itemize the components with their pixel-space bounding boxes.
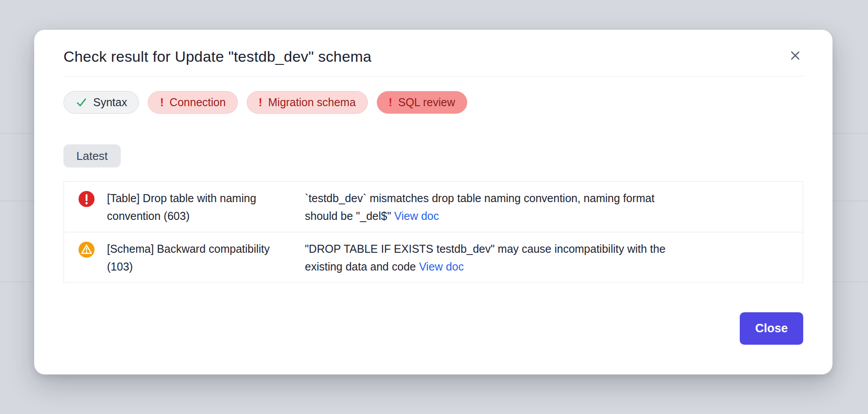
badge-connection[interactable]: ! Connection [148,91,237,114]
latest-tab[interactable]: Latest [63,144,121,167]
modal-footer: Close [63,312,803,345]
message-column: "DROP TABLE IF EXISTS testdb_dev" may ca… [305,240,787,275]
badge-sql-review[interactable]: ! SQL review [377,91,467,114]
rule-column: [Table] Drop table with naming conventio… [107,189,305,225]
badge-syntax[interactable]: Syntax [63,91,139,114]
close-icon[interactable] [787,48,803,64]
result-row-error: [Table] Drop table with naming conventio… [64,182,803,232]
status-badges: Syntax ! Connection ! Migration schema !… [63,91,803,114]
result-message-text: "DROP TABLE IF EXISTS testdb_dev" may ca… [305,243,666,273]
message-column: `testdb_dev` mismatches drop table namin… [305,189,787,225]
view-doc-link[interactable]: View doc [419,260,464,273]
badge-label: Syntax [93,96,127,109]
error-icon [79,191,95,207]
result-message: `testdb_dev` mismatches drop table namin… [305,189,675,225]
result-row-warning: [Schema] Backward compatibility (103) "D… [64,232,803,283]
badge-label: Connection [170,96,225,109]
exclamation-icon: ! [259,96,263,109]
check-result-modal: Check result for Update "testdb_dev" sch… [34,30,832,374]
badge-migration-schema[interactable]: ! Migration schema [247,91,368,114]
header-divider [63,76,803,76]
rule-column: [Schema] Backward compatibility (103) [107,240,305,275]
result-message-text: `testdb_dev` mismatches drop table namin… [305,192,655,222]
badge-label: SQL review [398,96,455,109]
warning-icon [79,242,95,258]
view-doc-link[interactable]: View doc [394,210,439,222]
modal-header: Check result for Update "testdb_dev" sch… [63,47,803,66]
result-message: "DROP TABLE IF EXISTS testdb_dev" may ca… [305,240,675,275]
x-icon [788,48,802,63]
rule-name: [Schema] Backward compatibility (103) [107,240,284,275]
badge-label: Migration schema [268,96,355,109]
check-icon [75,96,87,108]
modal-title: Check result for Update "testdb_dev" sch… [63,47,371,66]
close-button[interactable]: Close [740,312,803,345]
results-table: [Table] Drop table with naming conventio… [63,181,803,283]
exclamation-icon: ! [389,96,393,109]
rule-name: [Table] Drop table with naming conventio… [107,189,284,225]
exclamation-icon: ! [160,96,164,109]
